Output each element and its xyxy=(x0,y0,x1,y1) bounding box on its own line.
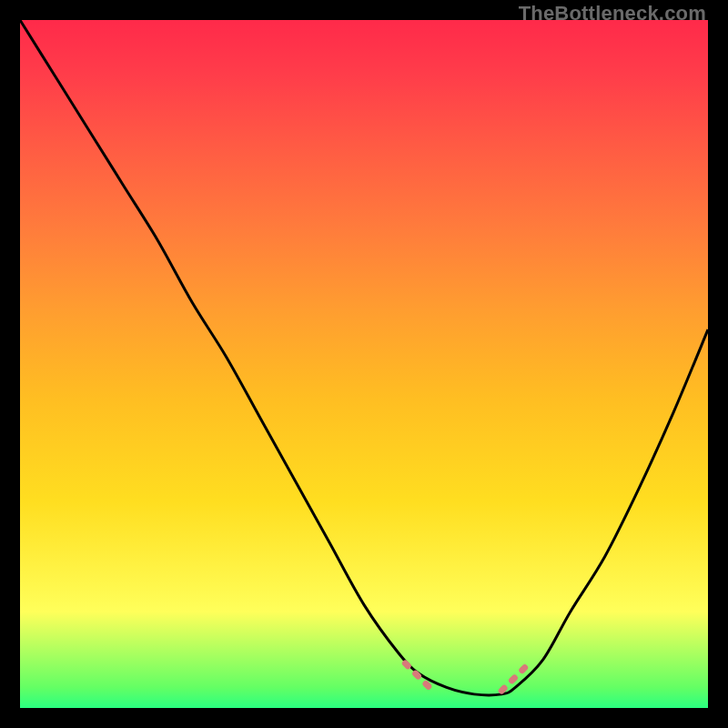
curve-line xyxy=(20,20,708,695)
bottleneck-curve xyxy=(20,20,708,708)
chart-frame xyxy=(20,20,708,708)
flat-region-dash-left xyxy=(405,663,432,691)
